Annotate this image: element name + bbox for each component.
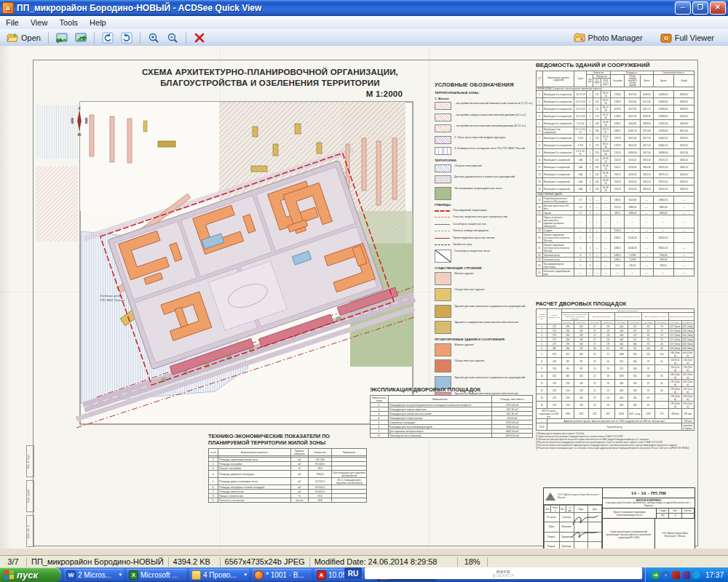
table-cell: 1-Л-2-Б xyxy=(574,120,587,127)
taskbar-button-word[interactable]: 2 Micros...▾ xyxy=(64,569,124,581)
table-cell: — xyxy=(593,215,601,228)
legend-item: Санитарно-защитных зон xyxy=(435,223,535,226)
start-button[interactable]: пуск xyxy=(0,567,61,582)
table-cell: 510 xyxy=(654,351,669,358)
tray-antivirus-icon[interactable] xyxy=(672,571,680,579)
table-cell: 8. xyxy=(371,434,389,438)
taskbar-button-excel[interactable]: Microsoft ... xyxy=(127,569,186,581)
table-cell: 104 (3 м/м) xyxy=(681,365,694,372)
zoom-out-icon xyxy=(167,32,178,44)
close-button[interactable]: ✕ xyxy=(710,1,726,15)
table-cell: 1 xyxy=(587,120,593,127)
margin-label: Подп. и дата xyxy=(26,480,34,512)
table-cell: 11440,20 xyxy=(625,233,641,243)
table-cell: 6 xyxy=(537,127,543,135)
zoom-in-button[interactable] xyxy=(144,31,163,44)
table-cell: 85 51 34 xyxy=(601,98,610,105)
table-cell: 1762,8 xyxy=(610,135,625,142)
taskbar-button-folder[interactable]: 4 Прово...▾ xyxy=(189,569,249,581)
table-cell: 55 xyxy=(588,372,601,380)
nero-search-bar[interactable]: nero @SEARCH xyxy=(365,567,642,579)
table-header-cell: № док. xyxy=(566,506,574,513)
minimize-button[interactable]: ─ xyxy=(675,1,691,15)
table-cell: 2844,10 xyxy=(673,156,694,164)
taskbar-button-firefox[interactable]: * 1001 · B... xyxy=(252,569,312,581)
bureau-logo: ООО «Архитектурное Бюро Маленьких» г. Мо… xyxy=(544,488,602,505)
legend-swatch xyxy=(435,288,451,301)
language-indicator[interactable]: RU xyxy=(344,567,362,579)
previous-image-button[interactable] xyxy=(52,31,71,44)
zoom-out-button[interactable] xyxy=(163,31,182,44)
table-cell: — xyxy=(593,243,601,253)
menu-tools[interactable]: Tools xyxy=(53,17,84,28)
table-cell: 120 xyxy=(593,156,601,164)
status-dimensions: 6567x4735x24b JPEG xyxy=(221,557,310,567)
courtyard-calculation-table: Номер дома по ПЗКол-во жителей, чел.Двор… xyxy=(536,308,695,431)
table-cell: 8 xyxy=(537,142,543,149)
toolbar-separator xyxy=(48,32,49,44)
table-cell: 120 xyxy=(593,178,601,186)
legend-swatch xyxy=(435,102,451,110)
table-cell: 252 xyxy=(615,365,628,372)
tray-arrow-icon[interactable]: ➜ xyxy=(652,571,660,579)
rotate-left-button[interactable] xyxy=(98,31,117,44)
table-cell: — xyxy=(601,204,610,211)
table-header-cell: Для занятий физкультурой xyxy=(615,313,642,321)
open-button[interactable]: Open xyxy=(3,31,44,44)
table-header-cell: Номер по ген-плану xyxy=(371,396,389,403)
menu-file[interactable]: File xyxy=(0,17,25,28)
table-cell: 4211,75 xyxy=(641,105,653,113)
tray-display-icon[interactable] xyxy=(682,571,690,579)
restore-button[interactable]: ❐ xyxy=(692,1,708,15)
table-cell: 85 51 34 xyxy=(601,135,610,142)
legend-swatch xyxy=(435,224,450,225)
table-cell: 16 xyxy=(537,204,543,211)
table-cell: 223 xyxy=(547,394,562,402)
table-header-cell: Единица измерения xyxy=(290,449,308,456)
table-cell: 230 (15м/м) xyxy=(681,402,694,409)
table-cell: 30496,90 xyxy=(653,91,673,98)
chevron-down-icon[interactable]: ▾ xyxy=(119,572,122,578)
legend-item: Здания детских школьных и дошкольных учр… xyxy=(435,305,535,318)
full-viewer-button[interactable]: Full Viewer xyxy=(657,31,718,44)
table-cell: 14674,00 м2 xyxy=(492,434,533,438)
chevron-down-icon[interactable]: ▾ xyxy=(244,572,247,578)
table-cell: 1 xyxy=(587,164,593,171)
delete-button[interactable] xyxy=(190,31,209,44)
table-cell: 1 xyxy=(587,196,593,204)
table-row: 9.Плотность населениячел./га263 xyxy=(209,498,367,503)
tray-network-icon[interactable]: 🌐 xyxy=(692,571,700,579)
photo-manager-folder-icon xyxy=(574,32,585,44)
menu-help[interactable]: Help xyxy=(84,17,112,28)
photo-manager-button[interactable]: Photo Manager xyxy=(570,31,646,44)
table-row: 5Жилой дом 3-х секционный1-Л-2-Б110854 3… xyxy=(537,120,695,127)
table-cell: 8107,90 xyxy=(625,105,641,113)
table-cell: 22 912,0 xyxy=(308,478,332,485)
menu-view[interactable]: View xyxy=(25,17,54,28)
table-cell: 104 (3 м/м) xyxy=(669,365,681,372)
courtyard-calculation-title: РАСЧЕТ ДВОРОВЫХ ПЛОЩАДОК xyxy=(536,300,695,307)
table-cell: — xyxy=(673,262,694,269)
table-cell: 6156,20 xyxy=(625,164,641,171)
next-image-button[interactable] xyxy=(71,31,90,44)
table-cell: 28151,20 xyxy=(653,178,673,186)
legend-section-header: ПРОЕКТИРУЕМЫЕ ЗДАНИЯ И СООРУЖЕНИЯ: xyxy=(435,338,535,341)
acdsee-app-icon: a xyxy=(2,2,14,14)
table-cell: 538 (16м/м) xyxy=(669,351,681,358)
legend-swatch xyxy=(435,250,451,263)
pdf-icon xyxy=(317,570,326,580)
table-cell: — xyxy=(593,233,601,243)
window-titlebar[interactable]: a ПП_микрорайон Бородино-НОВЫЙ - ACDSee … xyxy=(0,0,728,16)
table-cell: — xyxy=(641,196,653,204)
bureau-logo-icon xyxy=(545,493,555,501)
table-cell: 1092 xyxy=(615,372,628,380)
legend-swatch xyxy=(435,113,451,121)
table-cell: 5971,80 xyxy=(641,127,653,135)
rotate-right-button[interactable] xyxy=(117,31,136,44)
table-cell: — xyxy=(601,233,610,243)
clock[interactable]: 17:37 xyxy=(703,571,724,579)
tray-chevron-icon[interactable]: ‹ xyxy=(662,571,670,579)
legend-swatch xyxy=(435,217,450,218)
table-cell: м2 xyxy=(290,471,308,478)
image-canvas[interactable]: СХЕМА АРХИТЕКТУРНО-ПЛАНИРОВОЧНОЙ ОРГАНИЗ… xyxy=(0,46,728,555)
